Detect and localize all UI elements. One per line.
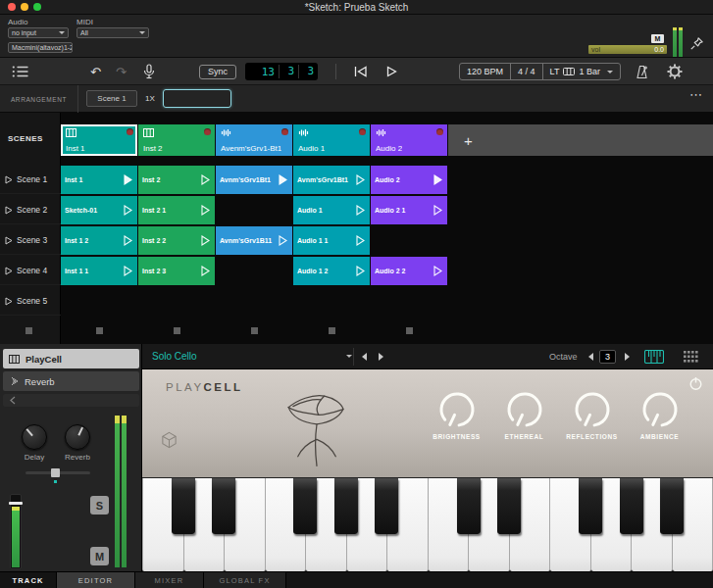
clip[interactable]: Inst 2 1 (138, 196, 215, 224)
minimize-window-button[interactable] (21, 3, 28, 11)
clip[interactable]: Audio 1 2 (293, 257, 370, 285)
metronome-button[interactable] (636, 58, 648, 85)
clip-play-icon[interactable] (356, 205, 365, 216)
track-header-avenm[interactable]: Avenm'sGrv1-Bt1 (216, 124, 292, 156)
empty-clip-slot[interactable] (61, 287, 137, 316)
clip[interactable]: Inst 1 (61, 166, 137, 194)
black-key[interactable] (293, 478, 317, 534)
scene-row-2[interactable]: Scene 2 (0, 196, 61, 224)
track-stop-button[interactable] (251, 327, 258, 334)
clip[interactable]: Inst 2 (138, 166, 215, 194)
octave-down-button[interactable] (588, 353, 593, 361)
clip[interactable]: Inst 1 2 (61, 226, 137, 255)
chain-item-playcell[interactable]: PlayCell (3, 349, 139, 368)
chain-collapse-button[interactable] (3, 394, 139, 407)
clip[interactable]: Avnm'sGrv1Bt1 (293, 166, 370, 194)
record-arm-button[interactable] (436, 128, 443, 135)
empty-clip-slot[interactable] (138, 287, 215, 316)
zoom-window-button[interactable] (33, 3, 41, 11)
empty-clip-slot[interactable] (216, 196, 292, 224)
empty-clip-slot[interactable] (216, 287, 292, 316)
scene-row-3[interactable]: Scene 3 (0, 226, 61, 255)
clip-play-icon[interactable] (433, 266, 442, 276)
delay-send-knob[interactable] (22, 424, 47, 450)
clip[interactable]: Audio 2 1 (371, 196, 447, 224)
tab-mixer[interactable]: MIXER (135, 572, 204, 588)
scene-row-1[interactable]: Scene 1 (0, 166, 61, 194)
track-stop-button[interactable] (96, 327, 103, 334)
macro-knob-brightness[interactable]: BRIGHTNESS (423, 389, 490, 440)
empty-clip-slot[interactable] (293, 287, 370, 316)
next-preset-button[interactable] (379, 353, 383, 361)
macro-knob-ethereal[interactable]: ETHEREAL (490, 389, 558, 440)
empty-clip-slot[interactable] (371, 287, 447, 316)
clip[interactable]: Audio 2 2 (371, 257, 447, 285)
arrangement-more-button[interactable]: ⋯ (689, 87, 703, 102)
grid-view-button[interactable] (684, 351, 698, 363)
clip[interactable]: Audio 1 (293, 196, 370, 224)
black-key[interactable] (334, 478, 358, 534)
black-key[interactable] (620, 478, 643, 534)
arrangement-scene-chip[interactable]: Scene 1 (86, 90, 137, 107)
black-key[interactable] (660, 478, 684, 534)
clip[interactable]: Audio 1 1 (293, 226, 370, 255)
clip-play-icon[interactable] (201, 205, 210, 216)
clip-play-icon[interactable] (124, 205, 132, 216)
add-track-button[interactable]: + (448, 124, 713, 156)
scene-row-4[interactable]: Scene 4 (0, 257, 61, 285)
song-position-display[interactable]: 13 3 3 (245, 63, 318, 80)
chain-item-reverb[interactable]: Reverb (3, 371, 139, 391)
clip[interactable]: Avnm'sGrv1B11 (216, 226, 292, 255)
bpm-display[interactable]: 120 BPM (460, 64, 510, 79)
previous-preset-button[interactable] (362, 353, 367, 361)
record-arm-button[interactable] (204, 128, 211, 135)
track-header-inst-1[interactable]: Inst 1 (61, 124, 137, 156)
tab-editor[interactable]: EDITOR (57, 572, 135, 588)
macro-knob-reflections[interactable]: REFLECTIONS (558, 389, 626, 440)
chevron-down-icon[interactable] (346, 355, 352, 358)
reverb-send-knob[interactable] (65, 424, 90, 450)
time-signature-display[interactable]: 4 / 4 (511, 64, 542, 79)
clip-play-icon[interactable] (124, 174, 132, 185)
track-stop-button[interactable] (329, 327, 335, 334)
pin-icon[interactable] (689, 36, 704, 51)
black-key[interactable] (579, 478, 602, 534)
clip[interactable]: Inst 2 3 (138, 257, 215, 285)
clip-play-icon[interactable] (356, 174, 365, 185)
track-stop-button[interactable] (174, 327, 180, 334)
black-key[interactable] (172, 478, 195, 534)
record-mic-button[interactable] (143, 58, 155, 85)
return-to-start-button[interactable] (353, 58, 368, 85)
audio-output-select[interactable]: Macmini(altavoz)1-2 (8, 42, 73, 53)
track-header-audio-1[interactable]: Audio 1 (293, 124, 370, 156)
quantize-group[interactable]: LT 1 Bar (543, 64, 620, 79)
clip-play-icon[interactable] (356, 266, 365, 276)
clip-play-icon[interactable] (201, 266, 210, 276)
black-key[interactable] (212, 478, 235, 534)
black-key[interactable] (457, 478, 481, 534)
empty-clip-slot[interactable] (371, 226, 447, 255)
pan-slider[interactable] (25, 471, 90, 474)
sync-button[interactable]: Sync (199, 58, 236, 85)
main-menu-button[interactable] (12, 58, 28, 85)
piano-keyboard[interactable] (142, 477, 713, 571)
settings-button[interactable] (667, 58, 683, 85)
clip[interactable]: Avnm'sGrv1Bt1 (216, 166, 292, 194)
master-mute-button[interactable]: M (651, 34, 664, 43)
fader-handle[interactable] (9, 502, 23, 505)
scene-row-5[interactable]: Scene 5 (0, 287, 61, 316)
clip-play-icon[interactable] (124, 266, 132, 276)
macro-knob-ambience[interactable]: AMBIENCE (626, 389, 693, 440)
octave-up-button[interactable] (625, 353, 630, 361)
stop-all-clips-button[interactable] (25, 327, 32, 334)
midi-input-select[interactable]: All (76, 27, 149, 38)
tab-track[interactable]: TRACK (0, 572, 57, 588)
clip-play-icon[interactable] (279, 235, 287, 246)
channel-fader[interactable] (10, 494, 22, 569)
tab-global-fx[interactable]: GLOBAL FX (204, 572, 286, 588)
keyboard-view-button[interactable] (644, 350, 664, 364)
master-volume-slider[interactable]: vol 0.0 (588, 45, 667, 54)
audio-input-select[interactable]: no input (8, 27, 69, 38)
clip[interactable]: Audio 2 (371, 166, 447, 194)
lt-toggle[interactable]: LT (550, 67, 560, 76)
